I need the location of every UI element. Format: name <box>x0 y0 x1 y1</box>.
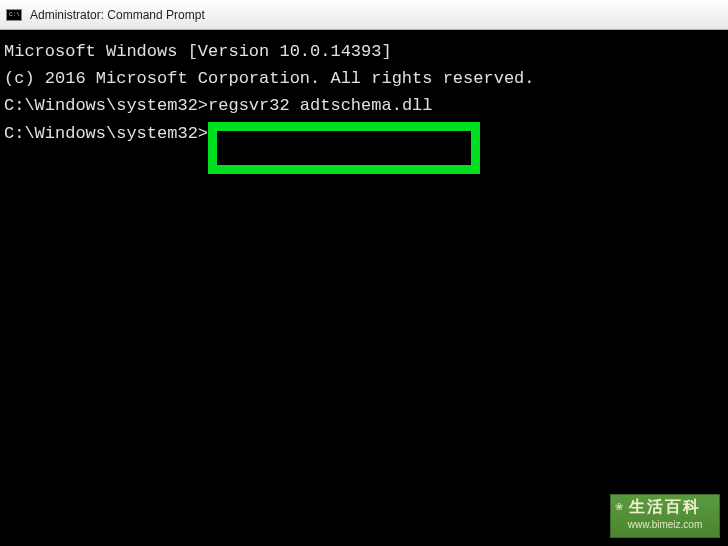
terminal-prompt-1: C:\Windows\system32> <box>4 96 208 115</box>
terminal-area[interactable]: Microsoft Windows [Version 10.0.14393] (… <box>0 30 728 546</box>
window-title: Administrator: Command Prompt <box>30 8 205 22</box>
terminal-line-copyright: (c) 2016 Microsoft Corporation. All righ… <box>4 65 724 92</box>
terminal-prompt-2: C:\Windows\system32> <box>4 124 208 143</box>
cmd-icon <box>6 9 22 21</box>
terminal-line-version: Microsoft Windows [Version 10.0.14393] <box>4 38 724 65</box>
terminal-prompt-line-2: C:\Windows\system32> <box>4 120 724 147</box>
flower-icon: ❀ <box>615 499 623 515</box>
watermark-text-cn: 生活百科 <box>629 499 701 515</box>
watermark-badge: ❀ 生活百科 www.bimeiz.com <box>610 494 720 538</box>
terminal-prompt-line-1: C:\Windows\system32>regsvr32 adtschema.d… <box>4 92 724 119</box>
watermark-url: www.bimeiz.com <box>628 517 702 533</box>
terminal-command-1: regsvr32 adtschema.dll <box>208 96 432 115</box>
window-titlebar[interactable]: Administrator: Command Prompt <box>0 0 728 30</box>
